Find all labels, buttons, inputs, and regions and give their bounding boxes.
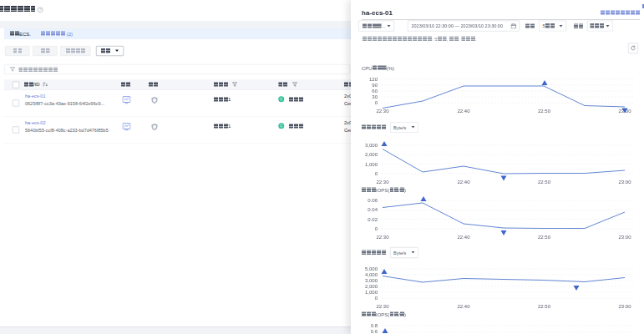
svg-text:0.8: 0.8 <box>371 323 378 328</box>
svg-text:120: 120 <box>369 77 378 82</box>
svg-text:0: 0 <box>375 100 378 105</box>
svg-text:2,000: 2,000 <box>365 152 378 157</box>
svg-text:22:40: 22:40 <box>457 304 470 309</box>
svg-text:1,000: 1,000 <box>365 290 378 295</box>
svg-text:22:50: 22:50 <box>538 235 551 240</box>
svg-text:22:50: 22:50 <box>538 180 551 185</box>
svg-text:22:40: 22:40 <box>457 235 470 240</box>
svg-text:22:30: 22:30 <box>376 235 389 240</box>
svg-text:60: 60 <box>372 89 378 94</box>
svg-text:22:50: 22:50 <box>538 304 551 309</box>
svg-text:0: 0 <box>375 226 378 231</box>
svg-text:1,000: 1,000 <box>365 162 378 167</box>
svg-text:22:30: 22:30 <box>376 304 389 309</box>
svg-text:22:30: 22:30 <box>376 180 389 185</box>
svg-text:22:50: 22:50 <box>538 109 551 114</box>
svg-text:23:00: 23:00 <box>618 235 631 240</box>
svg-text:3,000: 3,000 <box>365 278 378 283</box>
svg-text:0.6: 0.6 <box>371 329 378 334</box>
svg-text:23:00: 23:00 <box>618 109 631 114</box>
svg-text:22:40: 22:40 <box>457 180 470 185</box>
svg-text:0.06: 0.06 <box>368 198 378 203</box>
svg-text:90: 90 <box>372 83 378 88</box>
svg-text:22:40: 22:40 <box>457 109 470 114</box>
svg-text:3,000: 3,000 <box>365 143 378 148</box>
svg-text:23:00: 23:00 <box>618 180 631 185</box>
svg-text:0: 0 <box>375 296 378 301</box>
svg-text:23:00: 23:00 <box>618 304 631 309</box>
svg-text:5,000: 5,000 <box>365 266 378 271</box>
svg-text:0: 0 <box>375 171 378 176</box>
svg-text:0.02: 0.02 <box>368 217 378 222</box>
svg-text:2,000: 2,000 <box>365 284 378 289</box>
svg-text:0.04: 0.04 <box>368 207 378 212</box>
svg-text:4,000: 4,000 <box>365 272 378 277</box>
svg-text:22:30: 22:30 <box>376 109 389 114</box>
svg-text:30: 30 <box>372 94 378 99</box>
